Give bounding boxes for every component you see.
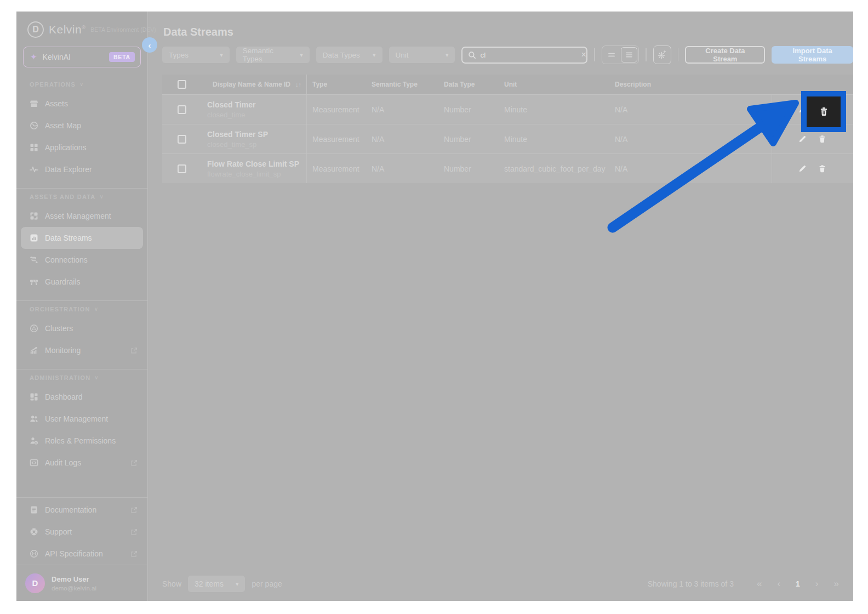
- chevron-down-icon: ∨: [94, 369, 99, 386]
- sidebar-item-user-management[interactable]: User Management: [21, 408, 143, 430]
- sidebar-item-dashboard[interactable]: Dashboard: [21, 386, 143, 408]
- column-header-description: Description: [609, 81, 772, 88]
- sidebar-item-applications[interactable]: Applications: [21, 137, 143, 158]
- data-streams-icon: [30, 234, 38, 242]
- chevron-down-icon: ∨: [99, 189, 104, 205]
- guardrails-icon: [30, 277, 38, 286]
- row-checkbox[interactable]: [178, 135, 186, 144]
- compact-view-button[interactable]: [603, 47, 620, 62]
- sidebar-item-data-explorer[interactable]: Data Explorer: [21, 158, 143, 180]
- pagination-summary: Showing 1 to 3 items of 3: [648, 579, 734, 588]
- delete-button-highlight[interactable]: [801, 91, 846, 132]
- first-page-icon[interactable]: «: [757, 578, 762, 589]
- column-header-type: Type: [307, 81, 366, 88]
- import-data-streams-button[interactable]: Import Data Streams: [772, 46, 853, 64]
- sidebar-item-monitoring[interactable]: Monitoring: [21, 339, 143, 361]
- external-link-icon: [130, 347, 138, 354]
- sidebar-item-label: Documentation: [45, 505, 96, 514]
- user-profile[interactable]: D Demo User demo@kelvin.ai: [16, 565, 147, 601]
- sidebar-item-api-specification[interactable]: API Specification: [21, 543, 143, 565]
- row-checkbox[interactable]: [178, 105, 186, 114]
- monitoring-icon: [30, 346, 38, 355]
- sidebar-item-label: Support: [45, 527, 72, 536]
- kelvinai-entry[interactable]: ✦ KelvinAI BETA: [23, 47, 141, 67]
- sidebar-item-assets[interactable]: Assets: [21, 93, 143, 115]
- table-row[interactable]: Closed Timer SP closed_time_sp Measureme…: [162, 124, 853, 154]
- delete-trash-icon[interactable]: [818, 164, 827, 173]
- app-window: D Kelvin® BETA Environment (DEV) ✦ Kelvi…: [16, 12, 853, 601]
- sidebar-item-asset-map[interactable]: Asset Map: [21, 115, 143, 137]
- sidebar-item-label: Connections: [45, 255, 88, 264]
- connections-icon: [30, 255, 38, 264]
- table-settings-gear-icon[interactable]: [653, 46, 671, 64]
- current-page-number[interactable]: 1: [796, 579, 800, 588]
- highlighted-delete-button[interactable]: [807, 96, 841, 127]
- delete-trash-icon[interactable]: [818, 135, 827, 144]
- section-label-text: ASSETS AND DATA: [30, 189, 95, 205]
- external-link-icon: [130, 528, 138, 536]
- pagination-controls: Showing 1 to 3 items of 3 « ‹ 1 › »: [648, 578, 839, 589]
- search-input[interactable]: [480, 51, 577, 59]
- edit-pencil-icon[interactable]: [798, 164, 807, 173]
- sidebar-item-label: Clusters: [45, 324, 73, 333]
- view-toggle-group: [602, 46, 639, 64]
- cell-data-type: Number: [438, 164, 499, 173]
- sidebar-item-audit-logs[interactable]: Audit Logs: [21, 452, 143, 474]
- sidebar-item-label: Roles & Permissions: [45, 436, 116, 445]
- table-row[interactable]: Flow Rate Close Limit SP flowrate_close_…: [162, 154, 853, 183]
- section-label-orchestration[interactable]: ORCHESTRATION∨: [16, 301, 147, 317]
- name-id: closed_time: [207, 111, 307, 119]
- page-title: Data Streams: [163, 26, 233, 38]
- sidebar-footer-links: Documentation Support API Specification: [16, 497, 147, 565]
- toolbar-divider: [594, 48, 595, 61]
- toolbar-divider: [646, 48, 647, 61]
- page-size-select[interactable]: 32 items ▾: [188, 576, 245, 592]
- sidebar-item-label: API Specification: [45, 549, 103, 558]
- sidebar-item-data-streams[interactable]: Data Streams: [21, 227, 143, 249]
- cell-type: Measurement: [307, 105, 366, 114]
- page-size-value: 32 items: [195, 579, 224, 588]
- select-all-checkbox[interactable]: [178, 80, 186, 89]
- external-link-icon: [130, 507, 138, 514]
- cell-unit: Minute: [499, 135, 609, 144]
- filter-semantic-types[interactable]: Semantic Types▾: [236, 47, 310, 63]
- clear-search-icon[interactable]: ×: [581, 50, 586, 60]
- filter-unit[interactable]: Unit▾: [389, 47, 455, 63]
- sidebar-item-roles-permissions[interactable]: Roles & Permissions: [21, 430, 143, 452]
- cell-semantic-type: N/A: [366, 135, 438, 144]
- sidebar-collapse-button[interactable]: ‹: [142, 37, 157, 53]
- delete-trash-icon: [819, 107, 829, 116]
- filter-label: Data Types: [323, 51, 360, 59]
- caret-down-icon: ▾: [446, 52, 449, 59]
- cell-description: N/A: [609, 164, 772, 173]
- registered-mark: ®: [82, 25, 85, 30]
- section-label-administration[interactable]: ADMINISTRATION∨: [16, 369, 147, 386]
- row-checkbox[interactable]: [178, 164, 186, 173]
- sidebar-item-documentation[interactable]: Documentation: [21, 499, 143, 521]
- section-label-operations[interactable]: OPERATIONS∨: [16, 76, 147, 93]
- search-icon: [468, 51, 476, 59]
- previous-page-icon[interactable]: ‹: [777, 578, 780, 589]
- user-email: demo@kelvin.ai: [52, 585, 96, 592]
- list-view-button[interactable]: [621, 47, 637, 62]
- next-page-icon[interactable]: ›: [815, 578, 819, 589]
- name-id: flowrate_close_limit_sp: [207, 170, 307, 178]
- sidebar-item-guardrails[interactable]: Guardrails: [21, 271, 143, 293]
- table-row[interactable]: Closed Timer closed_time Measurement N/A…: [162, 94, 853, 124]
- filter-data-types[interactable]: Data Types▾: [316, 47, 382, 63]
- last-page-icon[interactable]: »: [834, 578, 839, 589]
- sidebar-item-support[interactable]: Support: [21, 521, 143, 543]
- section-label-text: OPERATIONS: [30, 76, 76, 93]
- cell-description: N/A: [609, 105, 772, 114]
- filter-types[interactable]: Types▾: [162, 47, 230, 63]
- document-icon: [30, 505, 38, 514]
- sidebar-item-clusters[interactable]: Clusters: [21, 317, 143, 339]
- create-data-stream-button[interactable]: Create Data Stream: [685, 46, 765, 64]
- section-label-assets-and-data[interactable]: ASSETS AND DATA∨: [16, 189, 147, 205]
- column-header-name[interactable]: Display Name & Name ID: [213, 81, 290, 88]
- sidebar-item-asset-management[interactable]: Asset Management: [21, 205, 143, 227]
- sort-icon[interactable]: ↓↑: [295, 81, 301, 88]
- cell-semantic-type: N/A: [366, 105, 438, 114]
- edit-pencil-icon[interactable]: [798, 135, 807, 144]
- sidebar-item-connections[interactable]: Connections: [21, 249, 143, 271]
